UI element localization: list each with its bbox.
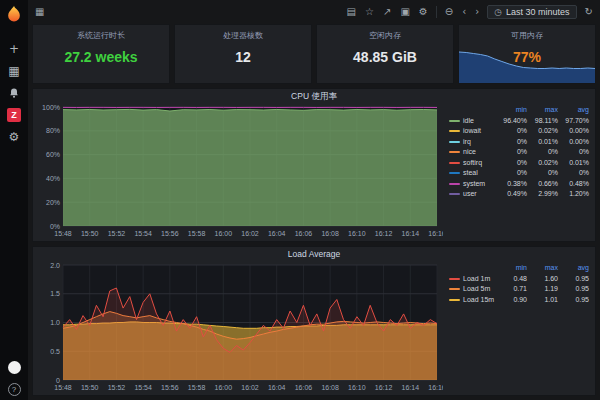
panel-title[interactable]: 空闲内存: [317, 30, 453, 41]
legend-header-cell: max: [527, 105, 558, 116]
svg-text:16:10: 16:10: [348, 384, 366, 391]
legend-series-color: [449, 278, 460, 280]
stat-panel-uptime: 系统运行时长 27.2 weeks: [32, 24, 170, 84]
legend-row[interactable]: Load 1m0.481.600.95: [449, 274, 589, 285]
svg-text:16:14: 16:14: [402, 384, 420, 391]
star-icon[interactable]: ☆: [364, 5, 375, 19]
load-average-chart[interactable]: 00.51.01.52.015:4815:5015:5215:5415:5615…: [37, 261, 443, 393]
svg-text:60%: 60%: [46, 151, 60, 158]
legend-series-name[interactable]: iowait: [449, 126, 496, 137]
legend-max: 0.66%: [527, 179, 558, 190]
legend-avg: 97.70%: [558, 116, 589, 127]
load-average-panel: Load Average 00.51.01.52.015:4815:5015:5…: [32, 246, 596, 396]
load-chart-wrap: 00.51.01.52.015:4815:5015:5215:5415:5615…: [33, 261, 595, 395]
svg-text:16:02: 16:02: [241, 384, 259, 391]
legend-series-name[interactable]: idle: [449, 116, 496, 127]
help-icon[interactable]: ?: [8, 383, 21, 396]
stat-panel-free-memory: 空闲内存 48.85 GiB: [316, 24, 454, 84]
legend-series-name[interactable]: Load 5m: [449, 284, 496, 295]
bell-icon: [8, 87, 20, 99]
clock-icon: ◷: [494, 7, 502, 17]
legend-series-name[interactable]: nice: [449, 147, 496, 158]
legend-row[interactable]: idle96.40%98.11%97.70%: [449, 116, 589, 127]
grafana-logo[interactable]: [4, 4, 24, 24]
svg-text:16:06: 16:06: [295, 384, 313, 391]
legend-header: minmaxavg: [449, 263, 589, 274]
panel-title[interactable]: CPU 使用率: [33, 89, 595, 103]
user-avatar[interactable]: [8, 361, 21, 374]
panel-title[interactable]: 系统运行时长: [33, 30, 169, 41]
legend-row[interactable]: iowait0%0.02%0.00%: [449, 126, 589, 137]
legend-series-color: [449, 172, 460, 174]
alerting-bell-icon[interactable]: [8, 86, 20, 100]
legend-min: 0.49%: [496, 189, 527, 200]
legend-row[interactable]: steal0%0%0%: [449, 168, 589, 179]
legend-series-name[interactable]: Load 1m: [449, 274, 496, 285]
svg-text:16:04: 16:04: [268, 230, 286, 237]
svg-text:15:54: 15:54: [134, 384, 152, 391]
stat-value: 27.2 weeks: [33, 49, 169, 65]
svg-text:15:52: 15:52: [108, 230, 126, 237]
legend-row[interactable]: nice0%0%0%: [449, 147, 589, 158]
dashboards-icon[interactable]: ▦: [8, 64, 19, 78]
svg-text:16:16: 16:16: [428, 230, 443, 237]
legend-avg: 0.00%: [558, 137, 589, 148]
legend-avg: 0.48%: [558, 179, 589, 190]
add-panel-icon[interactable]: ▤: [346, 5, 357, 19]
legend-series-name[interactable]: softirq: [449, 158, 496, 169]
time-range-label: Last 30 minutes: [506, 7, 570, 17]
legend-series-name[interactable]: steal: [449, 168, 496, 179]
cpu-usage-chart[interactable]: 0%20%40%60%80%100%15:4815:5015:5215:5415…: [37, 103, 443, 239]
share-icon[interactable]: ↗: [382, 5, 392, 19]
svg-text:20%: 20%: [46, 199, 60, 206]
svg-text:16:14: 16:14: [402, 230, 420, 237]
legend-row[interactable]: user0.49%2.99%1.20%: [449, 189, 589, 200]
time-forward-icon[interactable]: ›: [474, 5, 480, 19]
legend-max: 0.02%: [527, 126, 558, 137]
panel-title[interactable]: Load Average: [33, 247, 595, 261]
refresh-icon[interactable]: ↻: [584, 5, 594, 19]
svg-text:15:56: 15:56: [161, 230, 179, 237]
configuration-gear-icon[interactable]: ⚙: [9, 130, 20, 144]
time-back-icon[interactable]: ‹: [461, 5, 467, 19]
stat-panel-available-memory: 可用内存 77%: [458, 24, 596, 84]
create-plus-icon[interactable]: +: [9, 42, 19, 56]
time-range-picker[interactable]: ◷ Last 30 minutes: [487, 5, 576, 19]
topbar-divider: [436, 6, 437, 18]
panel-title[interactable]: 可用内存: [459, 30, 595, 41]
dashboard-topbar: ▦ ▤ ☆ ↗ ▣ ⚙ ⊖ ‹ › ◷ Last 30 minutes ↻: [32, 0, 596, 24]
dashboard-grid-icon[interactable]: ▦: [34, 5, 45, 19]
settings-gear-icon[interactable]: ⚙: [418, 5, 429, 19]
legend-row[interactable]: irq0%0.01%0.00%: [449, 137, 589, 148]
legend-series-color: [449, 183, 460, 185]
legend-series-name[interactable]: user: [449, 189, 496, 200]
dashboard-main: ▦ ▤ ☆ ↗ ▣ ⚙ ⊖ ‹ › ◷ Last 30 minutes ↻ 系统…: [28, 0, 600, 400]
panel-title[interactable]: 处理器核数: [175, 30, 311, 41]
legend-min: 0.48: [496, 274, 527, 285]
legend-row[interactable]: Load 15m0.901.010.95: [449, 295, 589, 306]
svg-text:16:12: 16:12: [375, 384, 393, 391]
stat-panels-row: 系统运行时长 27.2 weeks 处理器核数 12 空闲内存 48.85 Gi…: [32, 24, 596, 84]
legend-avg: 0.95: [558, 295, 589, 306]
legend-avg: 0.01%: [558, 158, 589, 169]
legend-max: 0%: [527, 147, 558, 158]
svg-text:15:48: 15:48: [54, 230, 72, 237]
svg-text:16:04: 16:04: [268, 384, 286, 391]
stat-value: 12: [175, 49, 311, 65]
legend-row[interactable]: softirq0%0.02%0.01%: [449, 158, 589, 169]
legend-row[interactable]: Load 5m0.711.190.95: [449, 284, 589, 295]
legend-series-name[interactable]: system: [449, 179, 496, 190]
legend-series-name[interactable]: irq: [449, 137, 496, 148]
zoom-out-icon[interactable]: ⊖: [444, 5, 454, 19]
legend-header-cell: avg: [558, 105, 589, 116]
legend-row[interactable]: system0.38%0.66%0.48%: [449, 179, 589, 190]
legend-min: 0%: [496, 158, 527, 169]
save-icon[interactable]: ▣: [399, 5, 410, 19]
legend-series-name[interactable]: Load 15m: [449, 295, 496, 306]
org-avatar[interactable]: Z: [7, 108, 21, 122]
svg-text:16:06: 16:06: [295, 230, 313, 237]
svg-text:16:02: 16:02: [241, 230, 259, 237]
svg-text:0: 0: [56, 377, 60, 384]
legend-series-color: [449, 193, 460, 195]
svg-text:15:48: 15:48: [54, 384, 72, 391]
